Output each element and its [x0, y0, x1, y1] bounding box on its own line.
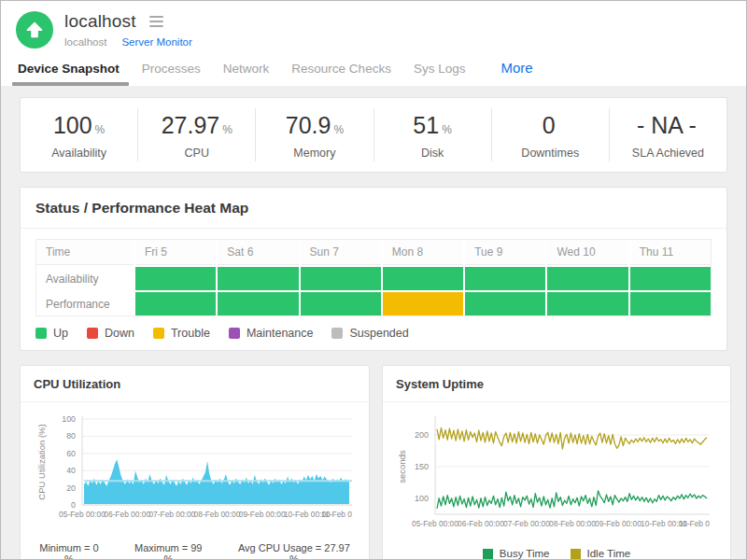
- svg-text:0: 0: [71, 500, 76, 510]
- stat-label: Availability: [21, 147, 137, 160]
- stat-availability: 100%Availability: [21, 108, 137, 161]
- stat-label: Disk: [374, 147, 491, 160]
- svg-text:11-Feb 0: 11-Feb 0: [679, 519, 710, 528]
- svg-text:05-Feb 00:00: 05-Feb 00:00: [412, 519, 458, 528]
- stat-label: CPU: [138, 147, 255, 160]
- heatmap-col-sat-6: Sat 6: [218, 240, 298, 265]
- heatmap-cell-performance-wed-10: [547, 292, 627, 315]
- breadcrumb-host: localhost: [64, 36, 106, 48]
- tab-device-snapshot[interactable]: Device Snapshot: [18, 62, 120, 86]
- stat-value: 100: [53, 112, 92, 138]
- svg-text:CPU Utilization (%): CPU Utilization (%): [36, 424, 47, 499]
- heatmap-row-label-performance: Performance: [36, 292, 134, 315]
- heatmap-col-time: Time: [36, 240, 134, 265]
- heatmap-cell-performance-tue-9: [465, 292, 545, 315]
- stat-value: 51: [413, 112, 439, 138]
- stat-value: 0: [543, 112, 556, 138]
- heatmap-table: TimeFri 5Sat 6Sun 7Mon 8Tue 9Wed 10Thu 1…: [35, 239, 712, 316]
- cpu-average: Avg CPU Usage = 27.97 %: [233, 542, 356, 560]
- stat-cpu: 27.97%CPU: [137, 108, 255, 161]
- legend-label: Suspended: [349, 327, 408, 340]
- tab-more[interactable]: More: [500, 60, 532, 86]
- legend-label: Up: [53, 327, 68, 340]
- heatmap-cell-performance-mon-8: [383, 292, 463, 315]
- tab-network[interactable]: Network: [223, 62, 270, 86]
- heatmap-col-tue-9: Tue 9: [465, 240, 545, 265]
- heatmap-cell-availability-tue-9: [465, 267, 545, 290]
- svg-text:100: 100: [62, 414, 76, 424]
- legend-item-suspended: Suspended: [331, 327, 408, 340]
- breadcrumb-server-monitor-link[interactable]: Server Monitor: [121, 36, 191, 48]
- heatmap-col-mon-8: Mon 8: [383, 240, 463, 265]
- cpu-chart-summary: Minimum = 0 % Maximum = 99 % Avg CPU Usa…: [34, 542, 356, 560]
- svg-text:05-Feb 00:00: 05-Feb 00:00: [59, 510, 106, 519]
- heatmap-cell-performance-fri-5: [135, 292, 216, 315]
- heatmap-cell-availability-fri-5: [135, 267, 216, 290]
- stat-label: SLA Achieved: [610, 147, 726, 160]
- svg-text:06-Feb 00:00: 06-Feb 00:00: [458, 519, 504, 528]
- stat-sla-achieved: - NA -SLA Achieved: [609, 108, 726, 161]
- stat-unit: %: [95, 123, 106, 136]
- svg-text:09-Feb 00:00: 09-Feb 00:00: [595, 519, 641, 528]
- heatmap-cell-performance-sat-6: [218, 292, 298, 315]
- header: localhost localhost Server Monitor Devic…: [1, 1, 746, 86]
- svg-text:60: 60: [66, 449, 76, 458]
- cpu-utilization-chart: 02040608010005-Feb 00:0006-Feb 00:0007-F…: [34, 410, 358, 525]
- up-swatch-icon: [35, 328, 47, 339]
- uptime-chart-title: System Uptime: [396, 377, 717, 391]
- tab-resource-checks[interactable]: Resource Checks: [291, 62, 391, 86]
- tab-processes[interactable]: Processes: [142, 62, 201, 86]
- cpu-chart-title: CPU Utilization: [34, 377, 356, 391]
- uptime-legend: Busy TimeIdle Time: [396, 548, 717, 559]
- heatmap-cell-availability-mon-8: [383, 267, 463, 290]
- heatmap-card: Status / Performance Heat Map TimeFri 5S…: [20, 187, 727, 351]
- heatmap-cell-availability-wed-10: [547, 267, 627, 290]
- svg-text:06-Feb 00:00: 06-Feb 00:00: [104, 510, 150, 519]
- divider: [21, 401, 369, 402]
- tab-bar: Device SnapshotProcessesNetworkResource …: [16, 60, 731, 86]
- summary-stats-bar: 100%Availability27.97%CPU70.9%Memory51%D…: [20, 97, 727, 173]
- heatmap-cell-performance-sun-7: [301, 292, 381, 315]
- charts-row: CPU Utilization 02040608010005-Feb 00:00…: [20, 365, 727, 560]
- heatmap-title: Status / Performance Heat Map: [35, 200, 712, 217]
- stat-downtimes: 0Downtimes: [491, 108, 609, 161]
- legend-item-down: Down: [87, 327, 134, 340]
- system-uptime-card: System Uptime 10015020005-Feb 00:0006-Fe…: [382, 365, 731, 560]
- svg-text:20: 20: [66, 483, 76, 493]
- down-swatch-icon: [87, 328, 98, 339]
- breadcrumb: localhost Server Monitor: [64, 36, 192, 48]
- cpu-maximum: Maximum = 99 %: [129, 542, 208, 560]
- heatmap-legend: UpDownTroubleMaintenanceSuspended: [35, 327, 712, 340]
- heatmap-cell-availability-sat-6: [218, 267, 298, 290]
- stat-value: 27.97: [162, 112, 220, 138]
- heatmap-row-label-availability: Availability: [36, 267, 134, 290]
- stat-value: - NA -: [637, 112, 697, 138]
- stat-unit: %: [222, 123, 233, 136]
- suspended-swatch-icon: [331, 328, 343, 339]
- up-arrow-icon: [25, 21, 44, 39]
- svg-text:seconds: seconds: [397, 450, 407, 483]
- svg-text:07-Feb 00:00: 07-Feb 00:00: [148, 510, 195, 519]
- stat-label: Downtimes: [492, 147, 609, 160]
- heatmap-col-sun-7: Sun 7: [301, 240, 381, 265]
- legend-item-up: Up: [35, 327, 68, 340]
- cpu-minimum: Minimum = 0 %: [34, 542, 105, 560]
- tab-sys-logs[interactable]: Sys Logs: [414, 62, 466, 86]
- divider: [383, 401, 730, 402]
- svg-text:11-Feb 0: 11-Feb 0: [321, 510, 352, 519]
- hamburger-menu-icon[interactable]: [148, 14, 165, 29]
- device-status-up-icon: [16, 11, 53, 49]
- stat-memory: 70.9%Memory: [255, 108, 373, 161]
- busy-time-swatch-icon: [483, 549, 493, 559]
- legend-label: Down: [105, 327, 134, 340]
- stat-label: Memory: [256, 147, 373, 160]
- svg-text:08-Feb 00:00: 08-Feb 00:00: [549, 519, 596, 528]
- uptime-legend-idle-time: Idle Time: [571, 548, 631, 559]
- stat-unit: %: [442, 123, 452, 136]
- svg-text:07-Feb 00:00: 07-Feb 00:00: [503, 519, 550, 528]
- svg-text:80: 80: [66, 431, 76, 441]
- svg-text:09-Feb 00:00: 09-Feb 00:00: [239, 510, 286, 519]
- heatmap-col-thu-11: Thu 11: [630, 240, 711, 265]
- heatmap-cell-availability-sun-7: [301, 267, 381, 290]
- svg-text:100: 100: [415, 494, 429, 503]
